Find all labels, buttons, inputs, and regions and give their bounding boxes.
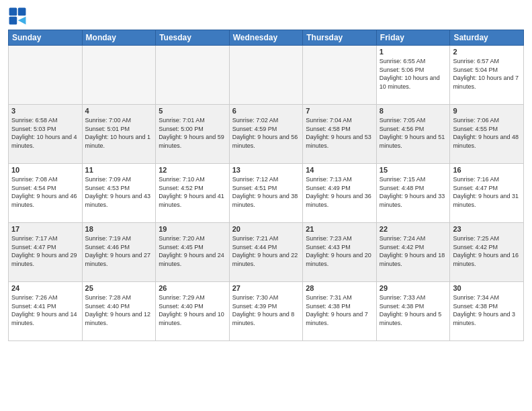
day-number: 1: [380, 48, 447, 56]
day-cell: 20Sunrise: 7:21 AM Sunset: 4:44 PM Dayli…: [229, 223, 303, 282]
day-cell: [82, 46, 156, 105]
header: [8, 7, 524, 26]
svg-marker-3: [18, 17, 26, 25]
week-row-4: 24Sunrise: 7:26 AM Sunset: 4:41 PM Dayli…: [9, 282, 524, 341]
svg-rect-2: [9, 17, 17, 25]
day-info: Sunrise: 6:55 AM Sunset: 5:06 PM Dayligh…: [380, 57, 447, 91]
day-info: Sunrise: 7:15 AM Sunset: 4:48 PM Dayligh…: [380, 175, 447, 209]
day-number: 2: [453, 48, 521, 56]
day-info: Sunrise: 7:10 AM Sunset: 4:52 PM Dayligh…: [159, 175, 226, 209]
day-cell: 15Sunrise: 7:15 AM Sunset: 4:48 PM Dayli…: [376, 164, 450, 223]
day-number: 29: [380, 284, 447, 292]
day-info: Sunrise: 7:00 AM Sunset: 5:01 PM Dayligh…: [85, 116, 153, 150]
day-cell: 4Sunrise: 7:00 AM Sunset: 5:01 PM Daylig…: [82, 105, 156, 164]
day-cell: [303, 46, 377, 105]
day-cell: 11Sunrise: 7:09 AM Sunset: 4:53 PM Dayli…: [82, 164, 156, 223]
day-number: 3: [11, 107, 79, 115]
day-number: 16: [453, 166, 521, 174]
weekday-sunday: Sunday: [9, 30, 83, 46]
day-number: 8: [380, 107, 447, 115]
day-cell: 7Sunrise: 7:04 AM Sunset: 4:58 PM Daylig…: [303, 105, 377, 164]
weekday-header-row: SundayMondayTuesdayWednesdayThursdayFrid…: [9, 30, 524, 46]
day-number: 11: [85, 166, 153, 174]
day-number: 26: [159, 284, 226, 292]
day-number: 22: [380, 225, 447, 233]
day-cell: 3Sunrise: 6:58 AM Sunset: 5:03 PM Daylig…: [9, 105, 83, 164]
logo-icon: [8, 7, 27, 26]
day-number: 24: [11, 284, 79, 292]
day-number: 19: [159, 225, 226, 233]
week-row-3: 17Sunrise: 7:17 AM Sunset: 4:47 PM Dayli…: [9, 223, 524, 282]
day-cell: 23Sunrise: 7:25 AM Sunset: 4:42 PM Dayli…: [450, 223, 524, 282]
day-cell: 26Sunrise: 7:29 AM Sunset: 4:40 PM Dayli…: [156, 282, 230, 341]
day-cell: [229, 46, 303, 105]
day-info: Sunrise: 7:05 AM Sunset: 4:56 PM Dayligh…: [380, 116, 447, 150]
day-cell: 17Sunrise: 7:17 AM Sunset: 4:47 PM Dayli…: [9, 223, 83, 282]
week-row-1: 3Sunrise: 6:58 AM Sunset: 5:03 PM Daylig…: [9, 105, 524, 164]
week-row-0: 1Sunrise: 6:55 AM Sunset: 5:06 PM Daylig…: [9, 46, 524, 105]
weekday-saturday: Saturday: [450, 30, 524, 46]
day-info: Sunrise: 7:08 AM Sunset: 4:54 PM Dayligh…: [11, 175, 79, 209]
week-row-2: 10Sunrise: 7:08 AM Sunset: 4:54 PM Dayli…: [9, 164, 524, 223]
day-number: 12: [159, 166, 226, 174]
day-info: Sunrise: 7:06 AM Sunset: 4:55 PM Dayligh…: [453, 116, 521, 150]
day-number: 20: [232, 225, 300, 233]
day-number: 18: [85, 225, 153, 233]
day-cell: 18Sunrise: 7:19 AM Sunset: 4:46 PM Dayli…: [82, 223, 156, 282]
day-number: 14: [306, 166, 373, 174]
day-info: Sunrise: 7:01 AM Sunset: 5:00 PM Dayligh…: [159, 116, 226, 150]
page: SundayMondayTuesdayWednesdayThursdayFrid…: [0, 0, 532, 411]
day-cell: 27Sunrise: 7:30 AM Sunset: 4:39 PM Dayli…: [229, 282, 303, 341]
day-cell: 21Sunrise: 7:23 AM Sunset: 4:43 PM Dayli…: [303, 223, 377, 282]
day-cell: 22Sunrise: 7:24 AM Sunset: 4:42 PM Dayli…: [376, 223, 450, 282]
day-cell: 25Sunrise: 7:28 AM Sunset: 4:40 PM Dayli…: [82, 282, 156, 341]
day-cell: 16Sunrise: 7:16 AM Sunset: 4:47 PM Dayli…: [450, 164, 524, 223]
day-cell: 12Sunrise: 7:10 AM Sunset: 4:52 PM Dayli…: [156, 164, 230, 223]
day-cell: 30Sunrise: 7:34 AM Sunset: 4:38 PM Dayli…: [450, 282, 524, 341]
day-number: 28: [306, 284, 373, 292]
day-info: Sunrise: 7:04 AM Sunset: 4:58 PM Dayligh…: [306, 116, 373, 150]
svg-rect-1: [18, 8, 26, 16]
day-info: Sunrise: 6:57 AM Sunset: 5:04 PM Dayligh…: [453, 57, 521, 91]
day-info: Sunrise: 7:02 AM Sunset: 4:59 PM Dayligh…: [232, 116, 300, 150]
day-number: 9: [453, 107, 521, 115]
day-cell: [156, 46, 230, 105]
day-number: 6: [232, 107, 300, 115]
day-cell: 6Sunrise: 7:02 AM Sunset: 4:59 PM Daylig…: [229, 105, 303, 164]
day-info: Sunrise: 7:30 AM Sunset: 4:39 PM Dayligh…: [232, 293, 300, 327]
day-info: Sunrise: 6:58 AM Sunset: 5:03 PM Dayligh…: [11, 116, 79, 150]
logo: [8, 7, 30, 26]
day-info: Sunrise: 7:34 AM Sunset: 4:38 PM Dayligh…: [453, 293, 521, 327]
day-number: 15: [380, 166, 447, 174]
day-info: Sunrise: 7:19 AM Sunset: 4:46 PM Dayligh…: [85, 234, 153, 268]
day-number: 30: [453, 284, 521, 292]
day-info: Sunrise: 7:12 AM Sunset: 4:51 PM Dayligh…: [232, 175, 300, 209]
day-info: Sunrise: 7:31 AM Sunset: 4:38 PM Dayligh…: [306, 293, 373, 327]
day-number: 5: [159, 107, 226, 115]
day-number: 7: [306, 107, 373, 115]
weekday-wednesday: Wednesday: [229, 30, 303, 46]
day-info: Sunrise: 7:21 AM Sunset: 4:44 PM Dayligh…: [232, 234, 300, 268]
day-number: 21: [306, 225, 373, 233]
day-number: 17: [11, 225, 79, 233]
day-cell: 9Sunrise: 7:06 AM Sunset: 4:55 PM Daylig…: [450, 105, 524, 164]
calendar-table: SundayMondayTuesdayWednesdayThursdayFrid…: [8, 30, 524, 341]
day-info: Sunrise: 7:13 AM Sunset: 4:49 PM Dayligh…: [306, 175, 373, 209]
day-cell: 1Sunrise: 6:55 AM Sunset: 5:06 PM Daylig…: [376, 46, 450, 105]
day-cell: 2Sunrise: 6:57 AM Sunset: 5:04 PM Daylig…: [450, 46, 524, 105]
day-info: Sunrise: 7:28 AM Sunset: 4:40 PM Dayligh…: [85, 293, 153, 327]
day-info: Sunrise: 7:23 AM Sunset: 4:43 PM Dayligh…: [306, 234, 373, 268]
day-cell: 8Sunrise: 7:05 AM Sunset: 4:56 PM Daylig…: [376, 105, 450, 164]
day-info: Sunrise: 7:29 AM Sunset: 4:40 PM Dayligh…: [159, 293, 226, 327]
day-number: 25: [85, 284, 153, 292]
day-info: Sunrise: 7:20 AM Sunset: 4:45 PM Dayligh…: [159, 234, 226, 268]
weekday-monday: Monday: [82, 30, 156, 46]
day-info: Sunrise: 7:26 AM Sunset: 4:41 PM Dayligh…: [11, 293, 79, 327]
day-cell: 24Sunrise: 7:26 AM Sunset: 4:41 PM Dayli…: [9, 282, 83, 341]
svg-rect-0: [9, 8, 17, 16]
day-cell: 19Sunrise: 7:20 AM Sunset: 4:45 PM Dayli…: [156, 223, 230, 282]
day-info: Sunrise: 7:24 AM Sunset: 4:42 PM Dayligh…: [380, 234, 447, 268]
day-cell: [9, 46, 83, 105]
day-info: Sunrise: 7:33 AM Sunset: 4:38 PM Dayligh…: [380, 293, 447, 327]
day-number: 13: [232, 166, 300, 174]
